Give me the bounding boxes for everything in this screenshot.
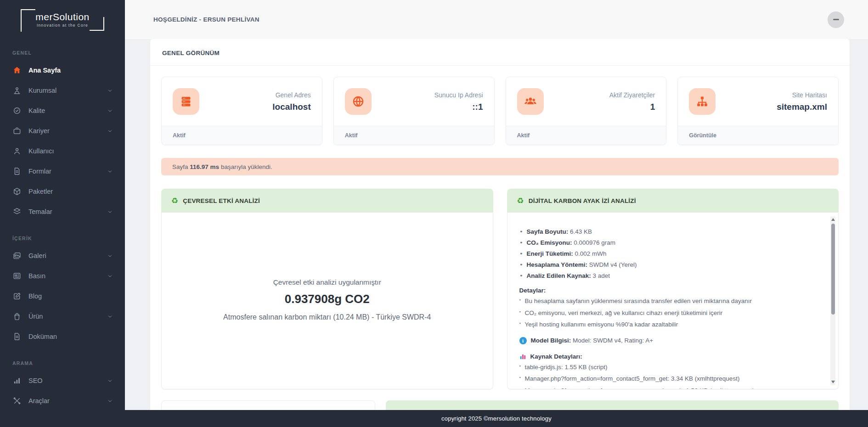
sidebar-item-label: Blog (28, 292, 42, 300)
product-icon (12, 312, 22, 321)
carbon-resources-list: table-gridjs.js: 1.55 KB (script)Manager… (519, 363, 817, 389)
summary-cards-row: Genel Adres localhost Aktif Sunucu Ip Ad… (161, 77, 839, 145)
server-icon (173, 88, 199, 115)
sidebar-section-label: ARAMA (0, 360, 125, 366)
carbon-stat-item: Hesaplama Yöntemi: SWDM v4 (Yerel) (519, 261, 817, 268)
alert-text-suffix: başarıyla yüklendi. (221, 163, 272, 170)
blog-icon (12, 292, 22, 301)
chevron-down-icon (107, 88, 113, 94)
card-value: ::1 (434, 102, 483, 112)
overview-panel: GENEL GÖRÜNÜM Genel Adres localhost Akti… (150, 39, 850, 410)
partial-panel-header-green (386, 400, 839, 410)
sidebar-item-label: Formlar (28, 168, 51, 175)
carbon-stats-list: Sayfa Boyutu: 6.43 KBCO₂ Emisyonu: 0.000… (519, 228, 817, 279)
sidebar-item-kalite[interactable]: Kalite (0, 101, 125, 121)
footer: copyright 2025 ©mersolution technology (125, 410, 868, 427)
panel-scrollbar[interactable] (830, 216, 835, 385)
summary-card-text: Genel Adres localhost (272, 91, 310, 112)
sidebar: merSolution Innovation at the Core GENEL… (0, 0, 125, 427)
carbon-resource-item: Manager.php?form_action=form_seo_page_sp… (519, 387, 817, 389)
briefcase-icon (12, 126, 22, 135)
sidebar-item-galeri[interactable]: Galeri (0, 246, 125, 266)
scroll-down-arrow-icon[interactable] (831, 381, 835, 383)
sidebar-item-blog[interactable]: Blog (0, 286, 125, 306)
carbon-footprint-body: Sayfa Boyutu: 6.43 KBCO₂ Emisyonu: 0.000… (507, 213, 839, 389)
card-label: Sunucu Ip Adresi (434, 91, 483, 99)
info-icon: i (519, 337, 527, 344)
user-menu-button[interactable] (828, 11, 844, 28)
sidebar-item-kullan-c-[interactable]: Kullanıcı (0, 141, 125, 161)
gallery-icon (12, 251, 22, 260)
card-footer-link[interactable]: Aktif (506, 126, 666, 145)
scroll-up-arrow-icon[interactable] (831, 218, 835, 221)
model-info-value: Model: SWDM v4, Rating: A+ (573, 337, 653, 344)
carbon-stat-item: Enerji Tüketimi: 0.002 mWh (519, 250, 817, 257)
overview-panel-body: Genel Adres localhost Aktif Sunucu Ip Ad… (150, 66, 850, 410)
chevron-down-icon (107, 314, 113, 320)
sidebar-item-label: Ürün (28, 313, 43, 320)
recycle-icon: ♻ (517, 197, 524, 205)
sidebar-section: GENEL Ana Sayfa Kurumsal Kalite Kariyer … (0, 50, 125, 222)
sidebar-item-ara-lar[interactable]: Araçlar (0, 391, 125, 411)
summary-card-body: Site Haritası sitemap.xml (678, 77, 838, 126)
eco-carbon-detail: Atmosfere salınan karbon miktarı (10.24 … (223, 312, 431, 323)
summary-card-body: Genel Adres localhost (162, 77, 322, 126)
card-footer-link[interactable]: Görüntüle (678, 126, 838, 145)
sidebar-item-dok-man[interactable]: Doküman (0, 326, 125, 347)
sidebar-item-bas-n[interactable]: Basın (0, 266, 125, 286)
brand-logo: merSolution Innovation at the Core (0, 0, 125, 31)
scrollbar-thumb[interactable] (831, 224, 835, 315)
chevron-down-icon (107, 398, 113, 404)
brand-logo-frame: merSolution Innovation at the Core (21, 9, 104, 31)
chevron-down-icon (107, 253, 113, 259)
summary-card-body: Aktif Ziyaretçiler 1 (506, 77, 666, 126)
sidebar-item-seo[interactable]: SEO (0, 371, 125, 391)
sidebar-item-ana-sayfa[interactable]: Ana Sayfa (0, 60, 125, 80)
carbon-detail-item: Yeşil hosting kullanımı emisyonu %90'a k… (519, 320, 817, 329)
chevron-down-icon (107, 169, 113, 174)
sidebar-item-label: Galeri (28, 252, 46, 259)
sidebar-item--r-n[interactable]: Ürün (0, 306, 125, 326)
themes-icon (12, 207, 22, 216)
analysis-panels-row: ♻ ÇEVRESEL ETKİ ANALİZİ Çevresel etki an… (161, 189, 839, 389)
brand-name: merSolution (26, 11, 99, 22)
sidebar-item-label: Kariyer (28, 127, 50, 135)
next-panels-row-partial (161, 400, 839, 410)
carbon-detail-item: CO₂ emisyonu, veri merkezi, ağ ve kullan… (519, 309, 817, 317)
environmental-impact-header: ♻ ÇEVRESEL ETKİ ANALİZİ (161, 189, 493, 213)
sidebar-section: ARAMA SEO Araçlar (0, 360, 125, 411)
chevron-down-icon (107, 108, 113, 114)
sidebar-item-kariyer[interactable]: Kariyer (0, 121, 125, 141)
carbon-stat-item: CO₂ Emisyonu: 0.000976 gram (519, 239, 817, 246)
main-area: HOŞGELDİNİZ - ERSUN PEHLİVAN GENEL GÖRÜN… (125, 0, 868, 427)
sidebar-item-paketler[interactable]: Paketler (0, 181, 125, 202)
visitors-icon (517, 88, 544, 115)
summary-card-body: Sunucu Ip Adresi ::1 (334, 77, 494, 126)
sidebar-item-label: Paketler (28, 188, 53, 195)
home-icon (12, 66, 22, 75)
chevron-down-icon (107, 273, 113, 279)
page-load-alert: Sayfa 116.97 ms başarıyla yüklendi. (161, 158, 839, 175)
sidebar-item-label: Kullanıcı (28, 147, 54, 155)
model-info-text: Model Bilgisi: Model: SWDM v4, Rating: A… (531, 337, 654, 344)
document-icon (12, 332, 22, 341)
summary-card: Site Haritası sitemap.xml Görüntüle (677, 77, 839, 145)
summary-card-text: Sunucu Ip Adresi ::1 (434, 91, 483, 112)
model-info-row: i Model Bilgisi: Model: SWDM v4, Rating:… (519, 337, 817, 344)
overview-panel-title: GENEL GÖRÜNÜM (150, 39, 850, 66)
sidebar-item-formlar[interactable]: Formlar (0, 161, 125, 181)
sidebar-item-label: Doküman (28, 333, 57, 340)
resources-title-row: Kaynak Detayları: (519, 353, 817, 360)
card-footer-link[interactable]: Aktif (334, 126, 494, 145)
partial-panel-left (161, 400, 375, 410)
carbon-resource-item: Manager.php?form_action=form_contact5_fo… (519, 375, 817, 383)
sidebar-item-label: Araçlar (28, 397, 50, 405)
app-root: merSolution Innovation at the Core GENEL… (0, 0, 868, 427)
sidebar-section-label: GENEL (0, 50, 125, 56)
card-footer-link[interactable]: Aktif (162, 126, 322, 145)
card-label: Genel Adres (272, 91, 310, 99)
sidebar-item-temalar[interactable]: Temalar (0, 202, 125, 222)
sidebar-item-kurumsal[interactable]: Kurumsal (0, 80, 125, 101)
quality-badge-icon (12, 106, 22, 115)
chevron-down-icon (107, 378, 113, 384)
